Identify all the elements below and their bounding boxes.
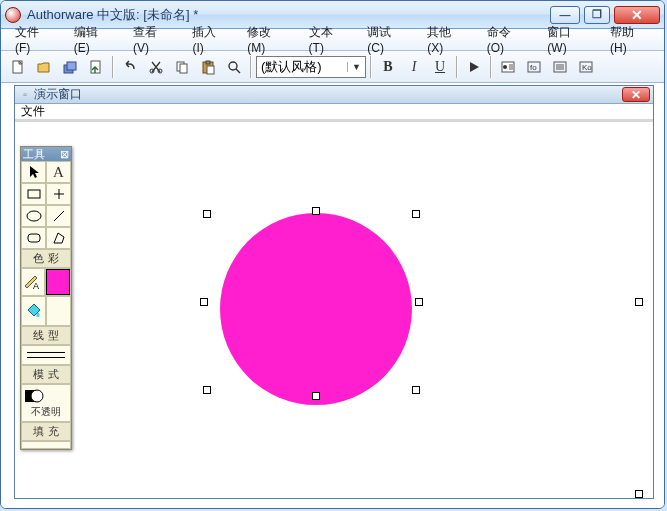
foreground-color-swatch[interactable] xyxy=(45,268,71,296)
tool-palette[interactable]: 工具 ⊠ A 色 彩 A xyxy=(20,146,72,450)
fill-picker[interactable] xyxy=(21,441,71,449)
close-button[interactable]: ✕ xyxy=(614,6,660,24)
svg-text:fo: fo xyxy=(530,63,537,72)
svg-rect-19 xyxy=(28,190,40,198)
svg-rect-21 xyxy=(28,234,40,242)
palette-title: 工具 xyxy=(23,147,45,162)
control-panel-icon[interactable] xyxy=(496,55,520,79)
play-icon[interactable] xyxy=(462,55,486,79)
svg-rect-9 xyxy=(206,61,210,64)
selection-handle[interactable] xyxy=(412,210,420,218)
polygon-tool[interactable] xyxy=(46,227,71,249)
import-icon[interactable] xyxy=(84,55,108,79)
svg-rect-7 xyxy=(180,64,187,73)
menu-window[interactable]: 窗口(W) xyxy=(537,22,600,57)
palette-fill-label: 填 充 xyxy=(21,422,71,441)
pen-letter-A: A xyxy=(33,281,39,291)
svg-point-13 xyxy=(503,65,507,69)
variables-icon[interactable] xyxy=(548,55,572,79)
save-all-icon[interactable] xyxy=(58,55,82,79)
selection-handle[interactable] xyxy=(203,210,211,218)
menu-file[interactable]: 文件(F) xyxy=(5,22,64,57)
selection-handle[interactable] xyxy=(635,298,643,306)
menu-modify[interactable]: 修改(M) xyxy=(237,22,298,57)
rectangle-tool[interactable] xyxy=(21,183,46,205)
menu-edit[interactable]: 编辑(E) xyxy=(64,22,123,57)
app-window: Authorware 中文版: [未命名] * — ❐ ✕ 文件(F) 编辑(E… xyxy=(0,0,665,509)
menu-other[interactable]: 其他(X) xyxy=(417,22,476,57)
cut-icon[interactable] xyxy=(144,55,168,79)
oval-tool[interactable] xyxy=(21,205,46,227)
copy-icon[interactable] xyxy=(170,55,194,79)
work-area: ▫ 演示窗口 ✕ 文件 xyxy=(1,85,664,508)
palette-line-label: 线 型 xyxy=(21,326,71,345)
pen-color-tool[interactable]: A xyxy=(21,268,45,296)
paste-icon[interactable] xyxy=(196,55,220,79)
find-icon[interactable] xyxy=(222,55,246,79)
selection-handle[interactable] xyxy=(415,298,423,306)
menubar: 文件(F) 编辑(E) 查看(V) 插入(I) 修改(M) 文本(T) 调试(C… xyxy=(1,29,664,51)
palette-mode-label: 模 式 xyxy=(21,365,71,384)
maximize-button[interactable]: ❐ xyxy=(584,6,610,24)
minimize-button[interactable]: — xyxy=(550,6,580,24)
window-title: Authorware 中文版: [未命名] * xyxy=(27,6,550,24)
window-buttons: — ❐ ✕ xyxy=(550,6,660,24)
line-sample-thin xyxy=(27,352,65,353)
svg-point-11 xyxy=(229,62,237,70)
chevron-down-icon: ▼ xyxy=(347,62,361,72)
menu-help[interactable]: 帮助(H) xyxy=(600,22,660,57)
svg-point-23 xyxy=(31,390,43,402)
underline-button[interactable]: U xyxy=(428,55,452,79)
palette-close-icon[interactable]: ⊠ xyxy=(60,148,69,161)
pointer-tool[interactable] xyxy=(21,161,46,183)
knowledge-icon[interactable]: Ko xyxy=(574,55,598,79)
line-style-picker[interactable] xyxy=(21,345,71,365)
menu-text[interactable]: 文本(T) xyxy=(299,22,358,57)
presentation-close-button[interactable]: ✕ xyxy=(622,87,650,102)
palette-color-label: 色 彩 xyxy=(21,249,71,268)
palette-header[interactable]: 工具 ⊠ xyxy=(21,147,71,161)
selection-handle[interactable] xyxy=(203,386,211,394)
svg-text:Ko: Ko xyxy=(582,63,592,72)
selection-handle[interactable] xyxy=(412,386,420,394)
undo-icon[interactable] xyxy=(118,55,142,79)
presentation-title: 演示窗口 xyxy=(34,86,82,103)
functions-icon[interactable]: fo xyxy=(522,55,546,79)
menu-insert[interactable]: 插入(I) xyxy=(182,22,237,57)
menu-view[interactable]: 查看(V) xyxy=(123,22,182,57)
canvas[interactable] xyxy=(15,125,653,498)
selection-handle[interactable] xyxy=(312,207,320,215)
mode-opaque-icon xyxy=(22,387,46,405)
toolbar-sep xyxy=(112,56,114,78)
toolbar-sep xyxy=(250,56,252,78)
selection-handle[interactable] xyxy=(200,298,208,306)
presentation-menubar: 文件 xyxy=(15,104,653,122)
toolbar-sep xyxy=(456,56,458,78)
toolbar: (默认风格) ▼ B I U fo Ko xyxy=(1,51,664,83)
line-plus-tool[interactable] xyxy=(46,183,71,205)
bold-button[interactable]: B xyxy=(376,55,400,79)
text-tool[interactable]: A xyxy=(46,161,71,183)
presentation-sys-icon: ▫ xyxy=(18,89,32,100)
mode-picker[interactable]: 不透明 xyxy=(21,384,71,422)
bg-fg-swatch[interactable] xyxy=(46,296,71,326)
selection-handle[interactable] xyxy=(635,490,643,498)
selection-handle[interactable] xyxy=(312,392,320,400)
open-file-icon[interactable] xyxy=(32,55,56,79)
presentation-menu-file[interactable]: 文件 xyxy=(21,103,45,120)
rounded-rect-tool[interactable] xyxy=(21,227,46,249)
new-file-icon[interactable] xyxy=(6,55,30,79)
svg-point-20 xyxy=(27,211,41,221)
oval-shape[interactable] xyxy=(220,213,412,405)
line-tool[interactable] xyxy=(46,205,71,227)
paint-bucket-tool[interactable] xyxy=(21,296,46,326)
menu-debug[interactable]: 调试(C) xyxy=(357,22,417,57)
svg-rect-10 xyxy=(207,66,214,74)
svg-rect-2 xyxy=(67,62,76,70)
presentation-titlebar[interactable]: ▫ 演示窗口 ✕ xyxy=(15,86,653,104)
fg-swatch xyxy=(46,269,70,295)
mode-opaque-label: 不透明 xyxy=(22,405,70,419)
italic-button[interactable]: I xyxy=(402,55,426,79)
menu-command[interactable]: 命令(O) xyxy=(477,22,538,57)
style-select[interactable]: (默认风格) ▼ xyxy=(256,56,366,78)
